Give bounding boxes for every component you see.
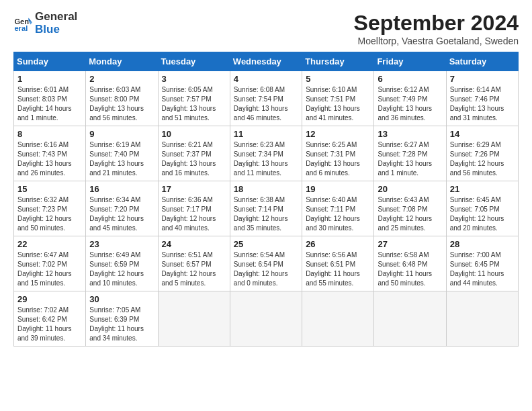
day-number: 7 xyxy=(450,74,515,84)
logo-icon: Gen eral xyxy=(13,14,32,33)
weekday-header-thursday: Thursday xyxy=(302,52,374,71)
day-number: 1 xyxy=(17,74,82,84)
calendar-cell: 11Sunrise: 6:23 AMSunset: 7:34 PMDayligh… xyxy=(230,126,302,181)
logo: Gen eral General Blue xyxy=(13,11,77,36)
logo-text-general: General xyxy=(35,10,77,23)
day-number: 25 xyxy=(234,239,298,249)
cell-content: Sunrise: 6:40 AMSunset: 7:11 PMDaylight:… xyxy=(306,195,370,233)
cell-content: Sunrise: 6:58 AMSunset: 6:48 PMDaylight:… xyxy=(378,250,442,288)
day-number: 17 xyxy=(162,184,226,194)
calendar-cell xyxy=(374,291,446,347)
cell-content: Sunrise: 6:56 AMSunset: 6:51 PMDaylight:… xyxy=(306,250,370,288)
weekday-header-friday: Friday xyxy=(374,52,446,71)
cell-content: Sunrise: 6:27 AMSunset: 7:28 PMDaylight:… xyxy=(378,140,442,178)
calendar-cell: 30Sunrise: 7:05 AMSunset: 6:39 PMDayligh… xyxy=(86,291,158,347)
cell-content: Sunrise: 6:23 AMSunset: 7:34 PMDaylight:… xyxy=(234,140,298,178)
cell-content: Sunrise: 6:12 AMSunset: 7:49 PMDaylight:… xyxy=(378,85,442,123)
calendar-cell: 22Sunrise: 6:47 AMSunset: 7:02 PMDayligh… xyxy=(14,236,86,291)
calendar-cell: 20Sunrise: 6:43 AMSunset: 7:08 PMDayligh… xyxy=(374,181,446,236)
day-number: 4 xyxy=(234,74,298,84)
calendar-week-2: 8Sunrise: 6:16 AMSunset: 7:43 PMDaylight… xyxy=(14,126,519,181)
day-number: 15 xyxy=(17,184,82,194)
cell-content: Sunrise: 6:25 AMSunset: 7:31 PMDaylight:… xyxy=(306,140,370,178)
cell-content: Sunrise: 7:05 AMSunset: 6:39 PMDaylight:… xyxy=(89,306,154,343)
day-number: 22 xyxy=(17,239,82,249)
cell-content: Sunrise: 6:32 AMSunset: 7:23 PMDaylight:… xyxy=(17,195,82,233)
cell-content: Sunrise: 7:02 AMSunset: 6:42 PMDaylight:… xyxy=(17,306,82,343)
day-number: 28 xyxy=(450,239,515,249)
calendar-cell: 10Sunrise: 6:21 AMSunset: 7:37 PMDayligh… xyxy=(158,126,230,181)
day-number: 30 xyxy=(89,294,154,304)
cell-content: Sunrise: 6:49 AMSunset: 6:59 PMDaylight:… xyxy=(89,250,154,288)
logo-text-blue: Blue xyxy=(35,23,60,36)
cell-content: Sunrise: 6:45 AMSunset: 7:05 PMDaylight:… xyxy=(450,195,515,233)
calendar-cell: 14Sunrise: 6:29 AMSunset: 7:26 PMDayligh… xyxy=(446,126,518,181)
cell-content: Sunrise: 6:54 AMSunset: 6:54 PMDaylight:… xyxy=(234,250,298,288)
day-number: 27 xyxy=(378,239,442,249)
day-number: 20 xyxy=(378,184,442,194)
cell-content: Sunrise: 6:14 AMSunset: 7:46 PMDaylight:… xyxy=(450,85,515,123)
cell-content: Sunrise: 6:51 AMSunset: 6:57 PMDaylight:… xyxy=(162,250,226,288)
day-number: 26 xyxy=(306,239,370,249)
cell-content: Sunrise: 6:16 AMSunset: 7:43 PMDaylight:… xyxy=(17,140,82,178)
calendar-cell: 9Sunrise: 6:19 AMSunset: 7:40 PMDaylight… xyxy=(86,126,158,181)
calendar-cell: 15Sunrise: 6:32 AMSunset: 7:23 PMDayligh… xyxy=(14,181,86,236)
cell-content: Sunrise: 6:38 AMSunset: 7:14 PMDaylight:… xyxy=(234,195,298,233)
cell-content: Sunrise: 6:34 AMSunset: 7:20 PMDaylight:… xyxy=(89,195,154,233)
calendar-cell: 18Sunrise: 6:38 AMSunset: 7:14 PMDayligh… xyxy=(230,181,302,236)
cell-content: Sunrise: 6:36 AMSunset: 7:17 PMDaylight:… xyxy=(162,195,226,233)
calendar-cell: 27Sunrise: 6:58 AMSunset: 6:48 PMDayligh… xyxy=(374,236,446,291)
calendar-cell: 21Sunrise: 6:45 AMSunset: 7:05 PMDayligh… xyxy=(446,181,518,236)
cell-content: Sunrise: 6:03 AMSunset: 8:00 PMDaylight:… xyxy=(89,85,154,123)
calendar-cell: 16Sunrise: 6:34 AMSunset: 7:20 PMDayligh… xyxy=(86,181,158,236)
day-number: 3 xyxy=(162,74,226,84)
day-number: 23 xyxy=(89,239,154,249)
calendar-cell: 19Sunrise: 6:40 AMSunset: 7:11 PMDayligh… xyxy=(302,181,374,236)
calendar-cell: 26Sunrise: 6:56 AMSunset: 6:51 PMDayligh… xyxy=(302,236,374,291)
weekday-header-row: SundayMondayTuesdayWednesdayThursdayFrid… xyxy=(14,52,519,71)
day-number: 13 xyxy=(378,129,442,139)
calendar-cell: 17Sunrise: 6:36 AMSunset: 7:17 PMDayligh… xyxy=(158,181,230,236)
calendar-cell xyxy=(302,291,374,347)
cell-content: Sunrise: 6:29 AMSunset: 7:26 PMDaylight:… xyxy=(450,140,515,178)
day-number: 5 xyxy=(306,74,370,84)
calendar-cell: 28Sunrise: 7:00 AMSunset: 6:45 PMDayligh… xyxy=(446,236,518,291)
day-number: 19 xyxy=(306,184,370,194)
weekday-header-sunday: Sunday xyxy=(14,52,86,71)
title-block: September 2024 Moelltorp, Vaestra Goetal… xyxy=(354,11,519,46)
location-text: Moelltorp, Vaestra Goetaland, Sweden xyxy=(354,36,519,46)
cell-content: Sunrise: 6:43 AMSunset: 7:08 PMDaylight:… xyxy=(378,195,442,233)
day-number: 6 xyxy=(378,74,442,84)
page-header: Gen eral General Blue September 2024 Moe… xyxy=(13,11,519,46)
calendar-week-1: 1Sunrise: 6:01 AMSunset: 8:03 PMDaylight… xyxy=(14,71,519,126)
cell-content: Sunrise: 6:08 AMSunset: 7:54 PMDaylight:… xyxy=(234,85,298,123)
calendar-cell: 24Sunrise: 6:51 AMSunset: 6:57 PMDayligh… xyxy=(158,236,230,291)
calendar-cell xyxy=(158,291,230,347)
weekday-header-wednesday: Wednesday xyxy=(230,52,302,71)
cell-content: Sunrise: 6:19 AMSunset: 7:40 PMDaylight:… xyxy=(89,140,154,178)
day-number: 16 xyxy=(89,184,154,194)
cell-content: Sunrise: 6:10 AMSunset: 7:51 PMDaylight:… xyxy=(306,85,370,123)
day-number: 2 xyxy=(89,74,154,84)
day-number: 24 xyxy=(162,239,226,249)
calendar-cell: 4Sunrise: 6:08 AMSunset: 7:54 PMDaylight… xyxy=(230,71,302,126)
weekday-header-monday: Monday xyxy=(86,52,158,71)
cell-content: Sunrise: 6:01 AMSunset: 8:03 PMDaylight:… xyxy=(17,85,82,123)
cell-content: Sunrise: 7:00 AMSunset: 6:45 PMDaylight:… xyxy=(450,250,515,288)
day-number: 11 xyxy=(234,129,298,139)
calendar-cell: 12Sunrise: 6:25 AMSunset: 7:31 PMDayligh… xyxy=(302,126,374,181)
svg-text:eral: eral xyxy=(14,24,28,32)
day-number: 14 xyxy=(450,129,515,139)
calendar-cell xyxy=(230,291,302,347)
calendar-cell: 1Sunrise: 6:01 AMSunset: 8:03 PMDaylight… xyxy=(14,71,86,126)
weekday-header-tuesday: Tuesday xyxy=(158,52,230,71)
calendar-cell: 5Sunrise: 6:10 AMSunset: 7:51 PMDaylight… xyxy=(302,71,374,126)
calendar-cell: 2Sunrise: 6:03 AMSunset: 8:00 PMDaylight… xyxy=(86,71,158,126)
calendar-week-4: 22Sunrise: 6:47 AMSunset: 7:02 PMDayligh… xyxy=(14,236,519,291)
calendar-cell: 25Sunrise: 6:54 AMSunset: 6:54 PMDayligh… xyxy=(230,236,302,291)
calendar-cell: 29Sunrise: 7:02 AMSunset: 6:42 PMDayligh… xyxy=(14,291,86,347)
month-title: September 2024 xyxy=(354,11,519,36)
calendar-week-5: 29Sunrise: 7:02 AMSunset: 6:42 PMDayligh… xyxy=(14,291,519,347)
calendar-table: SundayMondayTuesdayWednesdayThursdayFrid… xyxy=(13,52,519,347)
day-number: 21 xyxy=(450,184,515,194)
